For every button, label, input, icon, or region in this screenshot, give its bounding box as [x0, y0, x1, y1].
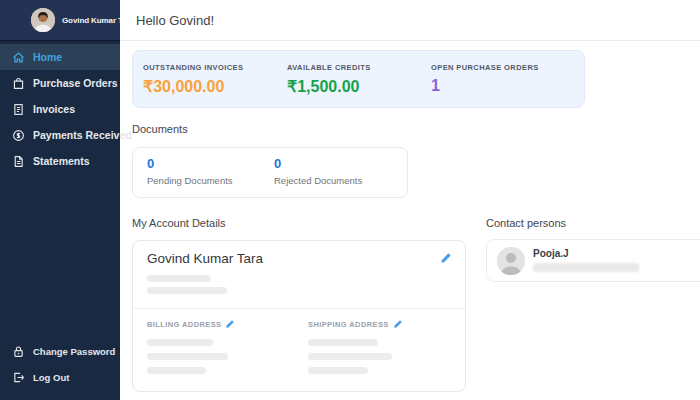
summary-open-purchase-orders: OPEN PURCHASE ORDERS 1 — [431, 63, 539, 95]
logout-label: Log Out — [33, 372, 69, 383]
sidebar-item-label: Invoices — [33, 103, 75, 115]
change-password-button[interactable]: Change Password — [0, 338, 120, 364]
rejected-documents-stat: 0 Rejected Documents — [274, 156, 362, 186]
sidebar-item-home[interactable]: Home — [0, 44, 120, 70]
summary-available-credits: AVAILABLE CREDITS ₹1,500.00 — [287, 63, 371, 96]
edit-billing-address-button[interactable] — [225, 319, 235, 329]
rejected-documents-count[interactable]: 0 — [274, 156, 362, 171]
sidebar-nav: Home Purchase Orders Invoices Payments R… — [0, 44, 120, 174]
account-holder-name: Govind Kumar Tara — [147, 251, 263, 266]
pending-documents-label: Pending Documents — [147, 175, 233, 186]
account-detail-placeholder — [147, 287, 227, 294]
change-password-label: Change Password — [33, 346, 115, 357]
contact-person-name: Pooja.J — [533, 248, 569, 259]
lock-icon — [12, 345, 25, 358]
contact-detail-placeholder — [533, 263, 639, 272]
sidebar-item-label: Purchase Orders — [33, 77, 118, 89]
summary-strip: OUTSTANDING INVOICES ₹30,000.00 AVAILABL… — [132, 50, 585, 108]
account-details-card: Govind Kumar Tara BILLING ADDRESS SHIPPI… — [132, 240, 466, 392]
billing-address-placeholder — [147, 367, 206, 374]
documents-card: 0 Pending Documents 0 Rejected Documents — [132, 147, 408, 198]
edit-pencil-icon — [225, 319, 235, 329]
available-credits-value: ₹1,500.00 — [287, 77, 371, 96]
card-divider — [133, 308, 465, 309]
sidebar-profile: Govind Kumar Tara — [0, 0, 120, 41]
pending-documents-count[interactable]: 0 — [147, 156, 233, 171]
sidebar-item-payments-received[interactable]: Payments Received — [0, 122, 120, 148]
page-header: Hello Govind! — [120, 0, 700, 41]
billing-address-placeholder — [147, 353, 228, 360]
rejected-documents-label: Rejected Documents — [274, 175, 362, 186]
summary-label: OUTSTANDING INVOICES — [143, 63, 243, 72]
open-purchase-orders-value: 1 — [431, 77, 539, 95]
sidebar-item-label: Payments Received — [33, 129, 132, 141]
sidebar-footer: Change Password Log Out — [0, 338, 120, 390]
edit-account-button[interactable] — [440, 252, 452, 264]
pending-documents-stat: 0 Pending Documents — [147, 156, 233, 186]
billing-address-header: BILLING ADDRESS — [147, 319, 235, 329]
shipping-address-header: SHIPPING ADDRESS — [308, 319, 403, 329]
user-avatar — [31, 8, 55, 32]
payment-coin-icon — [12, 129, 25, 142]
sidebar-item-label: Home — [33, 51, 62, 63]
summary-label: OPEN PURCHASE ORDERS — [431, 63, 539, 72]
contact-avatar — [497, 247, 525, 275]
documents-section-title: Documents — [132, 123, 188, 135]
sidebar-item-label: Statements — [33, 155, 90, 167]
contacts-section-title: Contact persons — [486, 217, 566, 229]
sidebar: Govind Kumar Tara Home Purchase Orders I… — [0, 0, 120, 400]
sidebar-item-statements[interactable]: Statements — [0, 148, 120, 174]
greeting-text: Hello Govind! — [136, 13, 214, 28]
account-detail-placeholder — [147, 275, 211, 282]
user-photo-icon — [31, 8, 55, 32]
summary-label: AVAILABLE CREDITS — [287, 63, 371, 72]
edit-pencil-icon — [393, 319, 403, 329]
logout-button[interactable]: Log Out — [0, 364, 120, 390]
edit-shipping-address-button[interactable] — [393, 319, 403, 329]
contact-person-card[interactable]: Pooja.J — [486, 239, 700, 282]
customer-portal-dashboard: Govind Kumar Tara Home Purchase Orders I… — [0, 0, 700, 400]
account-section-title: My Account Details — [132, 217, 226, 229]
summary-outstanding-invoices: OUTSTANDING INVOICES ₹30,000.00 — [143, 63, 243, 96]
shipping-address-label: SHIPPING ADDRESS — [308, 320, 389, 329]
statement-icon — [12, 155, 25, 168]
logout-icon — [12, 371, 25, 384]
billing-address-placeholder — [147, 339, 213, 346]
sidebar-item-purchase-orders[interactable]: Purchase Orders — [0, 70, 120, 96]
shipping-address-placeholder — [308, 353, 392, 360]
outstanding-invoices-value: ₹30,000.00 — [143, 77, 243, 96]
person-silhouette-icon — [497, 247, 525, 275]
shipping-address-placeholder — [308, 367, 368, 374]
shopping-bag-icon — [12, 77, 25, 90]
shipping-address-placeholder — [308, 339, 378, 346]
home-icon — [12, 51, 25, 64]
edit-pencil-icon — [440, 252, 452, 264]
invoice-icon — [12, 103, 25, 116]
sidebar-item-invoices[interactable]: Invoices — [0, 96, 120, 122]
billing-address-label: BILLING ADDRESS — [147, 320, 221, 329]
